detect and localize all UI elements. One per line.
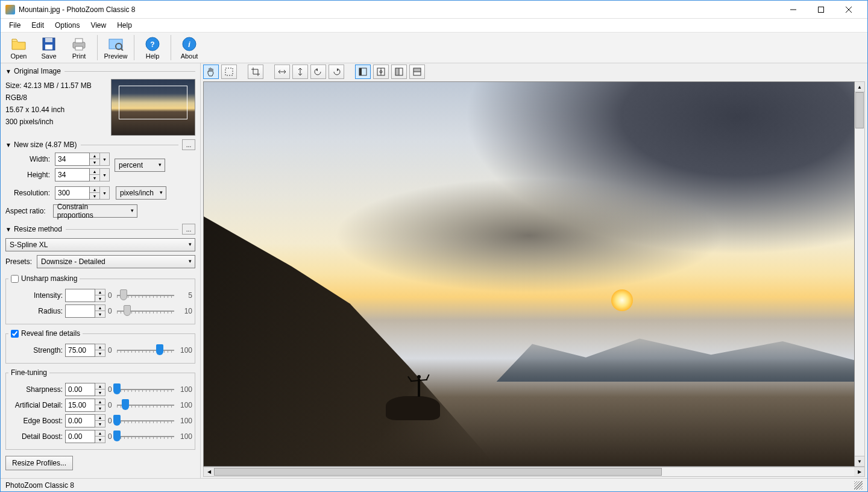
- resolution-label: Resolution:: [5, 189, 52, 197]
- marquee-tool-button[interactable]: [221, 65, 237, 79]
- new-size-more-button[interactable]: ...: [182, 139, 195, 150]
- edge-boost-input[interactable]: [65, 414, 95, 427]
- height-dropdown[interactable]: ▼: [100, 168, 110, 181]
- width-dropdown[interactable]: ▼: [100, 153, 110, 166]
- reveal-details-checkbox[interactable]: [11, 330, 19, 338]
- strength-slider[interactable]: [117, 344, 174, 356]
- main-panel: ▲ ▼ ◀ ▶: [201, 63, 867, 478]
- info-icon: i: [181, 36, 198, 52]
- original-image-header[interactable]: ▼ Original Image: [5, 66, 195, 77]
- view-split-horizontal-button[interactable]: [409, 65, 425, 79]
- view-split-vertical-button[interactable]: [391, 65, 407, 79]
- window-title: Mountain.jpg - PhotoZoom Classic 8: [19, 5, 779, 14]
- svg-rect-27: [395, 68, 399, 75]
- rotate-left-button[interactable]: [310, 65, 326, 79]
- collapse-icon: ▼: [5, 226, 11, 233]
- fine-tuning-group: Fine-tuning Sharpness: ▲▼ 0 100 Artifici…: [5, 368, 195, 450]
- svg-line-12: [121, 49, 123, 51]
- view-split-center-button[interactable]: [373, 65, 389, 79]
- sharpness-input[interactable]: [65, 383, 95, 396]
- help-button[interactable]: ? Help: [138, 33, 167, 62]
- maximize-button[interactable]: [807, 1, 835, 19]
- aspect-ratio-label: Aspect ratio:: [5, 207, 48, 215]
- svg-text:?: ?: [150, 40, 154, 49]
- printer-icon: [71, 36, 87, 52]
- intensity-input[interactable]: [65, 289, 95, 302]
- svg-rect-21: [359, 68, 362, 75]
- presets-select[interactable]: Downsize - Detailed: [37, 255, 195, 268]
- view-single-button[interactable]: [355, 65, 371, 79]
- collapse-icon: ▼: [5, 142, 11, 148]
- toolbar-divider: [97, 35, 98, 60]
- menu-options[interactable]: Options: [50, 20, 84, 31]
- menu-help[interactable]: Help: [112, 20, 137, 31]
- flip-horizontal-button[interactable]: [274, 65, 290, 79]
- menubar: File Edit Options View Help: [1, 19, 867, 32]
- unsharp-masking-checkbox[interactable]: [11, 275, 19, 283]
- resize-method-select[interactable]: S-Spline XL: [5, 238, 195, 251]
- preview-button[interactable]: Preview: [101, 33, 130, 62]
- edge-boost-slider[interactable]: [117, 415, 174, 427]
- rotate-right-button[interactable]: [329, 65, 344, 79]
- strength-input[interactable]: [65, 344, 95, 357]
- close-button[interactable]: [835, 1, 863, 19]
- crop-tool-button[interactable]: [248, 65, 263, 79]
- resolution-input[interactable]: [55, 186, 90, 200]
- app-icon: [5, 5, 15, 14]
- detail-boost-slider[interactable]: [117, 430, 174, 443]
- horizontal-scrollbar[interactable]: ◀ ▶: [203, 467, 865, 477]
- open-button[interactable]: Open: [4, 33, 33, 62]
- original-mode: RGB/8: [5, 93, 92, 102]
- original-dims: 15.67 x 10.44 inch: [5, 106, 92, 114]
- aspect-ratio-select[interactable]: Constrain proportions: [53, 204, 137, 218]
- svg-rect-8: [75, 39, 83, 43]
- size-unit-select[interactable]: percent: [115, 159, 165, 172]
- image-toolbar: [201, 63, 867, 80]
- resolution-dropdown[interactable]: ▼: [100, 186, 110, 200]
- height-input[interactable]: [55, 168, 90, 181]
- sidebar: ▼ Original Image Size: 42.13 MB / 11.57 …: [1, 63, 201, 478]
- minimize-button[interactable]: [779, 1, 807, 19]
- width-label: Width:: [5, 155, 52, 163]
- presets-label: Presets:: [5, 257, 32, 266]
- new-size-header[interactable]: ▼ New size (4.87 MB) ...: [5, 139, 195, 150]
- unsharp-masking-group: Unsharp masking Intensity: ▲▼ 0 5 Radius…: [5, 274, 195, 324]
- menu-view[interactable]: View: [86, 20, 111, 31]
- artificial-detail-input[interactable]: [65, 399, 95, 412]
- radius-input[interactable]: [65, 304, 95, 318]
- resolution-unit-select[interactable]: pixels/inch: [116, 186, 166, 200]
- vertical-scrollbar[interactable]: ▲ ▼: [855, 81, 865, 467]
- width-spinner[interactable]: ▲▼: [90, 153, 100, 166]
- print-button[interactable]: Print: [64, 33, 93, 62]
- toolbar-divider: [134, 35, 134, 60]
- save-button[interactable]: Save: [34, 33, 63, 62]
- hand-tool-button[interactable]: [203, 65, 219, 79]
- menu-edit[interactable]: Edit: [27, 20, 49, 31]
- svg-rect-1: [819, 7, 824, 12]
- height-spinner[interactable]: ▲▼: [90, 168, 100, 181]
- intensity-slider[interactable]: [117, 289, 174, 301]
- original-thumbnail[interactable]: [111, 79, 195, 136]
- radius-slider[interactable]: [117, 305, 174, 317]
- sharpness-slider[interactable]: [117, 383, 174, 396]
- resize-profiles-button[interactable]: Resize Profiles...: [5, 456, 73, 470]
- resize-method-header[interactable]: ▼ Resize method ...: [5, 224, 195, 235]
- floppy-icon: [40, 36, 57, 52]
- resize-method-more-button[interactable]: ...: [182, 224, 195, 235]
- width-input[interactable]: [55, 153, 90, 166]
- artificial-detail-slider[interactable]: [117, 399, 174, 411]
- resolution-spinner[interactable]: ▲▼: [90, 186, 100, 200]
- detail-boost-input[interactable]: [65, 430, 95, 443]
- menu-file[interactable]: File: [4, 20, 25, 31]
- svg-rect-9: [75, 46, 83, 50]
- original-image-info: Size: 42.13 MB / 11.57 MB RGB/8 15.67 x …: [5, 79, 92, 136]
- image-canvas[interactable]: [203, 81, 855, 467]
- resize-grip-icon[interactable]: [854, 481, 863, 490]
- flip-vertical-button[interactable]: [292, 65, 308, 79]
- svg-rect-17: [225, 68, 233, 75]
- reveal-fine-details-group: Reveal fine details Strength: ▲▼ 0 100: [5, 329, 195, 364]
- height-label: Height:: [5, 171, 52, 179]
- about-button[interactable]: i About: [175, 33, 204, 62]
- titlebar: Mountain.jpg - PhotoZoom Classic 8: [1, 1, 867, 19]
- original-res: 300 pixels/inch: [5, 118, 92, 126]
